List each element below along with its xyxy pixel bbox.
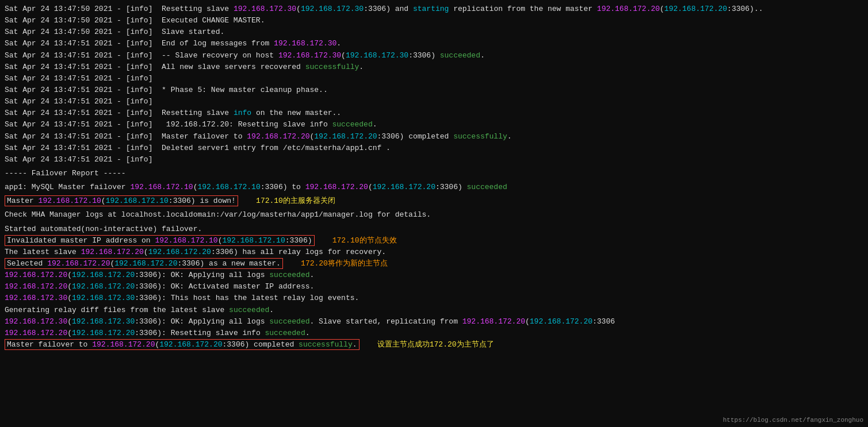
terminal-line: The latest slave 192.168.172.20(192.168.… — [5, 247, 863, 258]
terminal-line: app1: MySQL Master failover 192.168.172.… — [5, 182, 863, 193]
terminal-line: Sat Apr 24 13:47:51 2021 - [info] Master… — [5, 131, 863, 143]
terminal-output: Sat Apr 24 13:47:50 2021 - [info] Resett… — [0, 0, 868, 354]
terminal-line: Sat Apr 24 13:47:50 2021 - [info] Slave … — [5, 26, 863, 38]
terminal-line: Sat Apr 24 13:47:50 2021 - [info] Resett… — [5, 3, 863, 15]
terminal-line: Sat Apr 24 13:47:51 2021 - [info] — [5, 154, 863, 166]
terminal-line: Master 192.168.172.10(192.168.172.10:330… — [5, 195, 863, 207]
terminal-line: Sat Apr 24 13:47:51 2021 - [info] End of… — [5, 38, 863, 49]
terminal-line: Sat Apr 24 13:47:51 2021 - [info] Delete… — [5, 143, 863, 154]
terminal-line: Started automated(non-interactive) failo… — [5, 224, 863, 235]
terminal-line: Sat Apr 24 13:47:51 2021 - [info] * Phas… — [5, 84, 863, 96]
terminal-line: 192.168.172.30(192.168.172.30:3306): Thi… — [5, 293, 863, 304]
terminal-line: Sat Apr 24 13:47:51 2021 - [info] — [5, 96, 863, 107]
terminal-line: Sat Apr 24 13:47:51 2021 - [info] All ne… — [5, 61, 863, 73]
terminal-line: Sat Apr 24 13:47:50 2021 - [info] Execut… — [5, 15, 863, 26]
terminal-line: Sat Apr 24 13:47:51 2021 - [info] — [5, 73, 863, 84]
terminal-line: Sat Apr 24 13:47:51 2021 - [info] 192.16… — [5, 119, 863, 130]
terminal-line: Sat Apr 24 13:47:51 2021 - [info] -- Sla… — [5, 50, 863, 61]
watermark: https://blog.csdn.net/fangxin_zonghuo — [723, 417, 863, 424]
terminal-line: 192.168.172.20(192.168.172.20:3306): OK:… — [5, 270, 863, 281]
terminal-line: ----- Failover Report ----- — [5, 168, 863, 179]
terminal-line: Invalidated master IP address on 192.168… — [5, 235, 863, 247]
terminal-line: Check MHA Manager logs at localhost.loca… — [5, 209, 863, 221]
terminal-line: 192.168.172.20(192.168.172.20:3306): OK:… — [5, 281, 863, 293]
terminal-line: Sat Apr 24 13:47:51 2021 - [info] Resett… — [5, 107, 863, 119]
terminal-line: Master failover to 192.168.172.20(192.16… — [5, 339, 863, 351]
terminal-line: Selected 192.168.172.20(192.168.172.20:3… — [5, 258, 863, 270]
terminal-line: 192.168.172.30(192.168.172.30:3306): OK:… — [5, 316, 863, 328]
terminal-line: 192.168.172.20(192.168.172.20:3306): Res… — [5, 328, 863, 339]
terminal-line: Generating relay diff files from the lat… — [5, 305, 863, 316]
